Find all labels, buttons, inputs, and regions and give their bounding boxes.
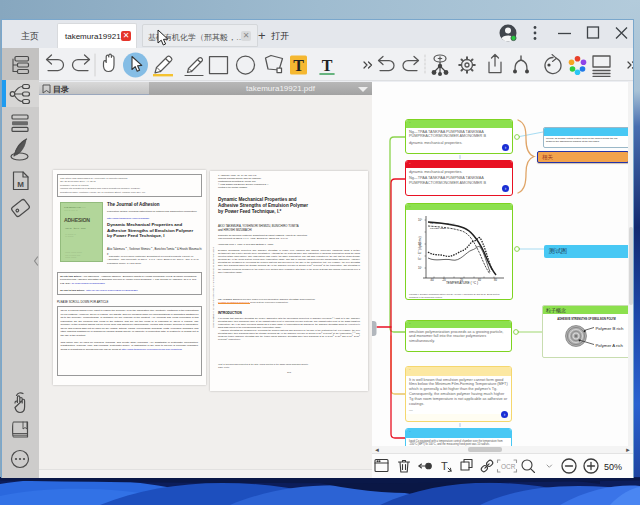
svg-text:80: 80 <box>494 278 497 282</box>
svg-text:E' · E'' (dyn/cm²): E' · E'' (dyn/cm²) <box>418 236 422 259</box>
svg-text:POWER FEED — · —: POWER FEED — · — <box>430 227 454 230</box>
svg-text:-20: -20 <box>442 278 446 282</box>
svg-text:60: 60 <box>478 278 481 282</box>
svg-text:50%: 50% <box>604 462 622 472</box>
svg-text:10⁷: 10⁷ <box>418 242 422 246</box>
svg-text:Polymer A rich: Polymer A rich <box>596 343 624 348</box>
svg-text:M: M <box>17 180 24 189</box>
svg-text:PEA/PMMA 50/50 ——: PEA/PMMA 50/50 —— <box>430 222 455 225</box>
svg-text:10⁹: 10⁹ <box>418 218 422 222</box>
svg-text:-60: -60 <box>430 278 434 282</box>
svg-text:T: T <box>322 57 333 74</box>
svg-text:10⁵: 10⁵ <box>418 266 422 270</box>
svg-text:T: T <box>441 460 448 472</box>
svg-text:OCR: OCR <box>501 463 516 470</box>
svg-text:T: T <box>293 57 304 74</box>
svg-text:Polymer B rich: Polymer B rich <box>596 326 625 331</box>
